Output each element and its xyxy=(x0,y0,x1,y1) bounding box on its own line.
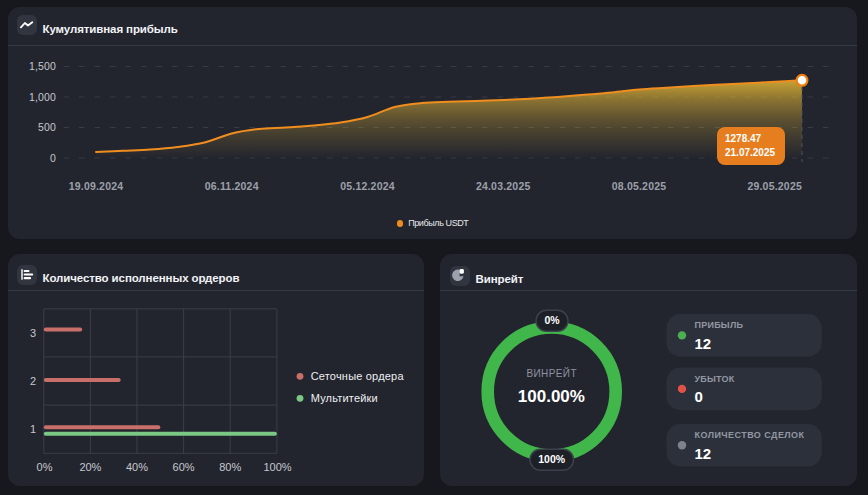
svg-text:2: 2 xyxy=(30,375,36,387)
svg-text:Мультитейки: Мультитейки xyxy=(311,392,378,404)
svg-text:29.05.2025: 29.05.2025 xyxy=(747,180,802,192)
svg-text:1: 1 xyxy=(30,423,36,435)
svg-text:08.05.2025: 08.05.2025 xyxy=(612,180,667,192)
svg-text:12: 12 xyxy=(694,335,711,352)
svg-text:100.00%: 100.00% xyxy=(518,386,585,405)
svg-text:0%: 0% xyxy=(544,315,560,326)
svg-text:06.11.2024: 06.11.2024 xyxy=(205,180,259,192)
svg-text:3: 3 xyxy=(30,326,36,338)
svg-text:80%: 80% xyxy=(219,461,241,473)
svg-text:100%: 100% xyxy=(538,454,565,465)
svg-text:1,000: 1,000 xyxy=(29,91,56,103)
svg-text:100%: 100% xyxy=(263,461,291,473)
svg-text:УБЫТОК: УБЫТОК xyxy=(694,373,734,383)
svg-text:Сеточные ордера: Сеточные ордера xyxy=(311,370,405,382)
svg-text:0: 0 xyxy=(50,152,56,164)
svg-text:КОЛИЧЕСТВО СДЕЛОК: КОЛИЧЕСТВО СДЕЛОК xyxy=(694,430,804,440)
svg-text:05.12.2024: 05.12.2024 xyxy=(340,180,395,192)
svg-text:ПРИБЫЛЬ: ПРИБЫЛЬ xyxy=(694,320,743,330)
svg-text:0%: 0% xyxy=(37,461,53,473)
svg-text:20%: 20% xyxy=(79,461,101,473)
svg-text:0: 0 xyxy=(694,388,702,405)
svg-text:ВИНРЕЙТ: ВИНРЕЙТ xyxy=(526,367,576,379)
svg-text:40%: 40% xyxy=(126,461,148,473)
svg-text:12: 12 xyxy=(694,444,711,461)
svg-text:19.09.2024: 19.09.2024 xyxy=(69,180,124,192)
svg-text:1,500: 1,500 xyxy=(29,60,56,72)
svg-text:60%: 60% xyxy=(173,461,195,473)
svg-text:500: 500 xyxy=(38,121,56,133)
svg-text:24.03.2025: 24.03.2025 xyxy=(476,180,531,192)
